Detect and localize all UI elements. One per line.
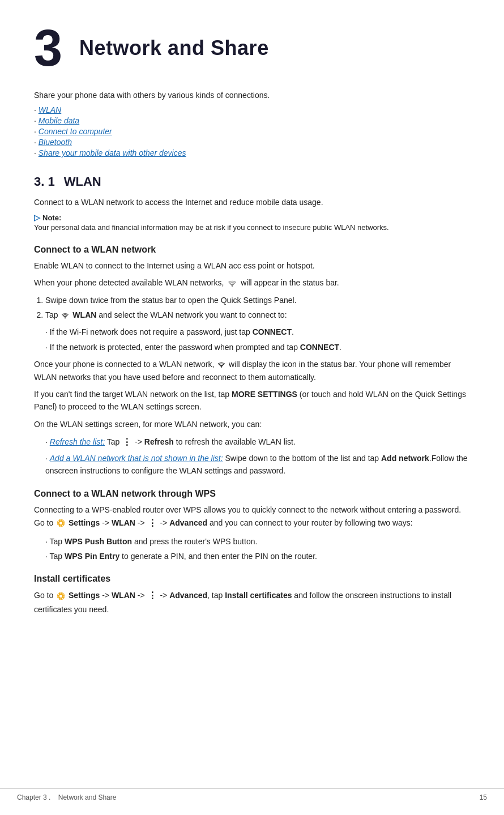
svg-rect-6 xyxy=(61,526,62,527)
bullet-no-password: If the Wi-Fi network does not require a … xyxy=(45,326,470,338)
section-heading: 3. 1 WLAN xyxy=(34,174,470,189)
settings-gear-icon-certs xyxy=(57,592,65,600)
chapter-header: 3 Network and Share xyxy=(34,23,470,74)
option-refresh: Refresh the list: Tap ⋮ -> Refresh to re… xyxy=(45,435,470,450)
svg-point-1 xyxy=(65,318,66,319)
toc-item-connect[interactable]: Connect to computer xyxy=(34,127,470,136)
svg-point-2 xyxy=(221,367,222,368)
para-detected-text2: will appear in the status bar. xyxy=(241,278,339,287)
chapter-title: Network and Share xyxy=(79,36,269,60)
svg-rect-5 xyxy=(61,519,62,521)
toc-item-share[interactable]: Share your mobile data with other device… xyxy=(34,148,470,157)
subsection-install-certs: Install certificates Go to Settings -> W… xyxy=(34,574,470,616)
note-label: ▷ Note: xyxy=(34,213,470,222)
chapter-number: 3 xyxy=(34,23,62,74)
svg-rect-18 xyxy=(63,595,65,596)
more-options-icon-certs: ⋮ xyxy=(148,588,157,603)
note-text: Your personal data and financial informa… xyxy=(34,222,470,233)
subsection-connect-wps: Connect to a WLAN network through WPS Co… xyxy=(34,489,470,563)
toc-link-bluetooth[interactable]: Bluetooth xyxy=(39,138,72,147)
bullet-protected: If the network is protected, enter the p… xyxy=(45,341,470,353)
wlan-tap-icon xyxy=(61,313,69,319)
wps-pin-entry: Tap WPS Pin Entry to generate a PIN, and… xyxy=(45,550,470,562)
toc-item-mobile[interactable]: Mobile data xyxy=(34,116,470,125)
wps-options-list: Tap WPS Push Button and press the router… xyxy=(45,535,470,563)
subsection-connect-wlan: Connect to a WLAN network Enable WLAN to… xyxy=(34,245,470,477)
step-1: Swipe down twice from the status bar to … xyxy=(45,294,470,306)
footer: Chapter 3 . Network and Share 15 xyxy=(0,788,504,801)
option-add-network: Add a WLAN network that is not shown in … xyxy=(45,452,470,477)
more-options-icon-wps: ⋮ xyxy=(148,516,157,531)
para-connected: Once your phone is connected to a WLAN n… xyxy=(34,358,470,383)
para-detected-text1: When your phone detected available WLAN … xyxy=(34,278,224,287)
toc-item-wlan[interactable]: WLAN xyxy=(34,105,470,114)
toc-link-share[interactable]: Share your mobile data with other device… xyxy=(39,148,186,157)
subsection-heading-connect-wlan: Connect to a WLAN network xyxy=(34,245,470,255)
section-title: WLAN xyxy=(64,174,101,189)
svg-rect-16 xyxy=(61,598,62,600)
toc-link-connect[interactable]: Connect to computer xyxy=(39,127,112,136)
note-label-text: Note: xyxy=(42,214,61,222)
para-detected: When your phone detected available WLAN … xyxy=(34,276,470,289)
footer-chapter-label: Chapter 3 . Network and Share xyxy=(17,793,116,801)
toc-item-bluetooth[interactable]: Bluetooth xyxy=(34,138,470,147)
para-more-settings: If you can't find the target WLAN networ… xyxy=(34,388,470,413)
svg-rect-15 xyxy=(61,592,62,594)
svg-point-0 xyxy=(232,286,233,287)
section-intro: Connect to a WLAN network to access the … xyxy=(34,196,470,208)
svg-rect-17 xyxy=(57,595,59,596)
toc-list: WLAN Mobile data Connect to computer Blu… xyxy=(34,105,470,157)
svg-rect-8 xyxy=(63,523,65,524)
wifi-connected-icon xyxy=(217,362,225,368)
wifi-status-icon xyxy=(228,280,237,287)
footer-page-number: 15 xyxy=(480,793,487,801)
wlan-connect-bullets: If the Wi-Fi network does not require a … xyxy=(45,326,470,353)
subsection-heading-certs: Install certificates xyxy=(34,574,470,584)
note-block: ▷ Note: Your personal data and financial… xyxy=(34,213,470,233)
svg-point-14 xyxy=(59,595,62,598)
toc-link-mobile[interactable]: Mobile data xyxy=(39,116,79,125)
intro-text: Share your phone data with others by var… xyxy=(34,91,470,100)
para-wps-intro: Connecting to a WPS-enabled router over … xyxy=(34,503,470,531)
section-31: 3. 1 WLAN Connect to a WLAN network to a… xyxy=(34,174,470,616)
more-options-icon: ⋮ xyxy=(122,435,132,450)
step-2: Tap WLAN and select the WLAN network you… xyxy=(45,309,470,321)
para-wlan-options: On the WLAN settings screen, for more WL… xyxy=(34,418,470,430)
para-enable-wlan: Enable WLAN to connect to the Internet u… xyxy=(34,259,470,272)
subsection-heading-wps: Connect to a WLAN network through WPS xyxy=(34,489,470,499)
para-certs: Go to Settings -> WLAN -> ⋮ -> Advanced,… xyxy=(34,588,470,616)
svg-point-4 xyxy=(59,522,62,524)
wlan-options-list: Refresh the list: Tap ⋮ -> Refresh to re… xyxy=(45,435,470,477)
note-flag-icon: ▷ xyxy=(34,213,40,222)
section-number: 3. 1 xyxy=(34,174,55,189)
toc-link-wlan[interactable]: WLAN xyxy=(39,105,61,114)
settings-gear-icon xyxy=(57,519,65,527)
wps-push-button: Tap WPS Push Button and press the router… xyxy=(45,535,470,548)
wlan-steps: Swipe down twice from the status bar to … xyxy=(45,294,470,322)
svg-rect-7 xyxy=(57,523,59,524)
